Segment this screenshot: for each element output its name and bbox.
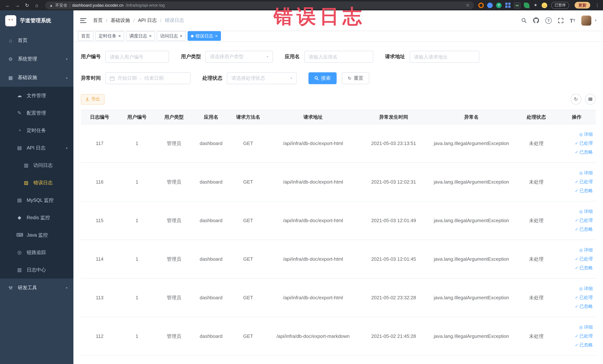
table-row: 1131管理员dashboardGET/api/infra/db-doc/exp… xyxy=(81,279,596,317)
tab-错误日志[interactable]: 错误日志× xyxy=(188,31,221,41)
extension-y-icon[interactable]: Y xyxy=(496,2,502,8)
action-label: 已处理 xyxy=(580,140,593,146)
extensions-area: Y on ✶ ◡ 已暂停 更新 ⋮ xyxy=(478,2,600,9)
app-logo-row[interactable]: 芋道管理系统 xyxy=(0,10,73,31)
paused-badge[interactable]: 已暂停 xyxy=(551,2,569,9)
action-processed-link[interactable]: ✓已处理 xyxy=(575,294,593,301)
action-ignored-link[interactable]: ✓已忽略 xyxy=(575,149,593,155)
update-button[interactable]: 更新 xyxy=(575,2,590,9)
action-ignored-link[interactable]: ✓已忽略 xyxy=(575,188,593,194)
cell-id: 115 xyxy=(81,218,118,223)
close-icon[interactable]: × xyxy=(118,34,121,38)
breadcrumb-item[interactable]: 基础设施 xyxy=(111,17,130,24)
smiley-extension-icon[interactable]: ◡ xyxy=(542,2,547,8)
user-id-label: 用户编号 xyxy=(81,53,101,60)
action-processed-link[interactable]: ✓已处理 xyxy=(575,140,593,146)
user-id-input[interactable] xyxy=(105,51,169,63)
browser-menu-icon[interactable]: ⋮ xyxy=(595,3,600,8)
close-icon[interactable]: × xyxy=(180,34,182,38)
github-icon[interactable] xyxy=(533,17,539,23)
hamburger-icon[interactable] xyxy=(80,18,86,23)
extension-ring-icon[interactable] xyxy=(478,2,484,8)
breadcrumb-item[interactable]: API 日志 xyxy=(138,17,157,24)
bookmark-star-icon[interactable]: ☆ xyxy=(466,3,470,8)
action-detail-link[interactable]: ◎详细 xyxy=(579,247,593,253)
back-icon[interactable]: ← xyxy=(4,2,12,8)
extension-grid-icon[interactable] xyxy=(505,2,510,8)
action-ignored-link[interactable]: ✓已忽略 xyxy=(575,342,593,348)
sidebar-item-error-log[interactable]: ▧错误日志 xyxy=(0,174,73,191)
action-detail-link[interactable]: ◎详细 xyxy=(579,208,593,215)
font-size-icon[interactable]: TT xyxy=(570,18,575,23)
action-processed-link[interactable]: ✓已处理 xyxy=(575,333,593,339)
forward-icon[interactable]: → xyxy=(13,2,22,8)
app-name-input[interactable] xyxy=(304,51,373,63)
fullscreen-icon[interactable] xyxy=(558,18,564,23)
help-icon[interactable]: ? xyxy=(545,17,552,23)
eye-icon: ◎ xyxy=(579,248,583,253)
tab-label: 定时任务 xyxy=(99,33,116,39)
action-ignored-link[interactable]: ✓已忽略 xyxy=(575,303,593,310)
cell-method: GET xyxy=(230,256,267,262)
close-icon[interactable]: × xyxy=(215,34,218,38)
address-bar[interactable]: ▲ 不安全 dashboard.yudao.iocoder.cn /infra/… xyxy=(45,1,474,9)
column-settings-button[interactable] xyxy=(585,94,596,105)
sidebar-item-java-monitor[interactable]: ⌨Java 监控 xyxy=(0,226,73,244)
search-icon[interactable] xyxy=(521,18,527,23)
reset-button[interactable]: ↻ 重置 xyxy=(342,72,369,84)
action-processed-link[interactable]: ✓已处理 xyxy=(575,256,593,262)
sidebar-item-redis-monitor[interactable]: ◆Redis 监控 xyxy=(0,209,73,226)
sidebar-item-infrastructure[interactable]: ▦基础设施▴ xyxy=(0,68,73,87)
sidebar-item-log-center[interactable]: ▥日志中心 xyxy=(0,261,73,279)
date-range-input[interactable]: 开始日期 - 结束日期 xyxy=(105,72,191,84)
export-button[interactable]: 导出 xyxy=(81,94,104,104)
sidebar-item-home[interactable]: ⌂首页 xyxy=(0,31,73,50)
sidebar-item-dev-tools[interactable]: ⚒研发工具▾ xyxy=(0,279,73,297)
tab-调度日志[interactable]: 调度日志× xyxy=(126,31,155,41)
action-processed-link[interactable]: ✓已处理 xyxy=(575,217,593,224)
browser-home-icon[interactable]: ⌂ xyxy=(33,2,41,8)
action-processed-link[interactable]: ✓已处理 xyxy=(575,179,593,185)
chevron-up-icon: ▴ xyxy=(66,146,68,150)
action-detail-link[interactable]: ◎详细 xyxy=(579,286,593,292)
sidebar-item-system-management[interactable]: ⚙系统管理▾ xyxy=(0,50,73,68)
close-icon[interactable]: × xyxy=(149,34,152,38)
sidebar-item-link-trace[interactable]: ◎链路追踪 xyxy=(0,244,73,261)
cell-url: /api/infra/db-doc/export-html xyxy=(267,179,359,185)
refresh-table-button[interactable]: ↻ xyxy=(570,94,581,105)
tab-访问日志[interactable]: 访问日志× xyxy=(157,31,186,41)
extension-drop-icon[interactable] xyxy=(487,2,493,8)
cell-id: 112 xyxy=(81,333,118,339)
cell-user-id: 1 xyxy=(118,179,156,185)
action-detail-link[interactable]: ◎详细 xyxy=(579,324,593,330)
cell-method: GET xyxy=(230,295,267,300)
extension-on-icon[interactable]: on xyxy=(514,2,521,8)
action-ignored-link[interactable]: ✓已忽略 xyxy=(575,265,593,271)
action-label: 已忽略 xyxy=(580,303,593,310)
cell-url: /api/infra/db-doc/export-html xyxy=(267,141,359,146)
extension-leaf-icon[interactable] xyxy=(524,2,529,8)
sidebar-item-scheduled-jobs[interactable]: ◔定时任务 xyxy=(0,122,73,139)
extension-star-icon[interactable]: ✶ xyxy=(533,2,538,8)
sidebar-item-config-management[interactable]: ✎配置管理 xyxy=(0,104,73,122)
sidebar-item-api-log[interactable]: ▤API 日志▴ xyxy=(0,139,73,156)
breadcrumb-item[interactable]: 首页 xyxy=(93,17,103,24)
sidebar-item-mysql-monitor[interactable]: ▤MySQL 监控 xyxy=(0,191,73,209)
sidebar-item-file-management[interactable]: ☁文件管理 xyxy=(0,87,73,104)
cell-exception: java.lang.IllegalArgumentException xyxy=(428,333,515,339)
tab-首页[interactable]: 首页 xyxy=(78,31,93,41)
request-url-input[interactable] xyxy=(409,51,479,63)
security-label[interactable]: 不安全 xyxy=(55,2,68,8)
action-detail-link[interactable]: ◎详细 xyxy=(579,170,593,176)
process-status-select[interactable]: 请选择处理状态 ▾ xyxy=(227,72,297,84)
tab-定时任务[interactable]: 定时任务× xyxy=(95,31,124,41)
action-detail-link[interactable]: ◎详细 xyxy=(579,131,593,138)
sidebar-item-access-log[interactable]: ▥访问日志 xyxy=(0,156,73,174)
avatar[interactable] xyxy=(581,15,591,25)
search-button[interactable]: 搜索 xyxy=(308,72,337,84)
reload-icon[interactable]: ↻ xyxy=(23,2,31,8)
cell-url: /api/infra/db-doc/export-html xyxy=(267,295,359,300)
user-type-select[interactable]: 请选择用户类型 ▾ xyxy=(205,51,273,63)
action-ignored-link[interactable]: ✓已忽略 xyxy=(575,226,593,233)
chevron-down-icon[interactable]: ▾ xyxy=(595,19,596,22)
